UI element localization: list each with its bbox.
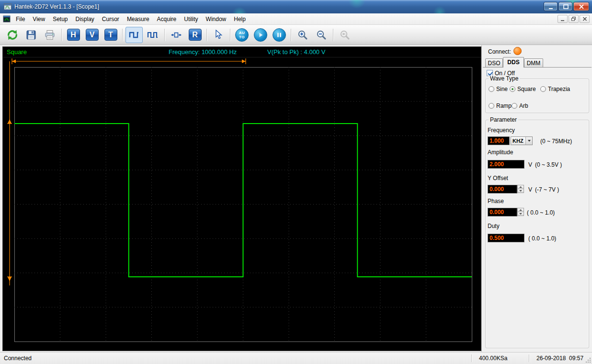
connection-status: Connected	[4, 355, 32, 362]
menu-cursor[interactable]: Cursor	[98, 14, 123, 24]
menu-help[interactable]: Help	[230, 14, 250, 24]
duty-range: ( 0.0 ~ 1.0)	[528, 235, 556, 242]
pause-button[interactable]	[271, 27, 288, 43]
r-icon: R	[189, 29, 202, 41]
print-icon	[44, 29, 56, 41]
menu-display[interactable]: Display	[72, 14, 98, 24]
menu-measure[interactable]: Measure	[123, 14, 153, 24]
cursor-button[interactable]	[210, 27, 227, 43]
amplitude-unit: V	[528, 161, 532, 168]
refresh-connect-button[interactable]	[4, 27, 21, 43]
datetime: 26-09-2018 09:57	[536, 355, 583, 362]
y-offset-range: (-7 ~ 7V )	[535, 186, 559, 193]
trigger-button[interactable]: T	[102, 27, 119, 43]
duty-label: Duty	[488, 223, 500, 229]
cursor-arrow-icon	[213, 29, 224, 41]
menu-setup[interactable]: Setup	[49, 14, 71, 24]
print-button[interactable]	[41, 27, 58, 43]
waveform-info-bar: Square Frequency: 1000.000 Hz V(Pk to Pk…	[3, 47, 481, 57]
phase-label: Phase	[488, 198, 504, 205]
auto-icon: AU TO	[235, 28, 249, 42]
y-offset-value-field[interactable]: 0.000	[488, 185, 517, 193]
frequency-unit-select[interactable]: KHZ	[511, 136, 533, 145]
radio-icon	[489, 86, 494, 92]
radio-trapezia[interactable]: Trapezia	[540, 86, 570, 92]
menu-window[interactable]: Window	[202, 14, 230, 24]
square-wave-icon	[128, 29, 140, 41]
radio-icon	[510, 86, 515, 92]
toolbar-separator	[230, 29, 230, 41]
tab-dmm[interactable]: DMM	[524, 58, 543, 67]
radio-icon	[540, 86, 546, 92]
h-icon: H	[67, 29, 80, 41]
menu-utility[interactable]: Utility	[180, 14, 202, 24]
menu-view[interactable]: View	[29, 14, 49, 24]
status-divider	[529, 354, 529, 362]
toolbar-separator	[61, 29, 62, 41]
tab-dds[interactable]: DDS	[503, 57, 524, 68]
menu-file[interactable]: File	[12, 14, 29, 24]
record-button[interactable]: R	[186, 27, 204, 43]
radio-icon	[489, 103, 494, 109]
maximize-button[interactable]	[558, 2, 572, 11]
phase-value-field[interactable]: 0.000	[488, 208, 517, 216]
horizontal-button[interactable]: H	[65, 27, 82, 43]
mdi-close-button[interactable]	[580, 15, 590, 23]
status-bar: Connected 400.00KSa 26-09-2018 09:57	[0, 352, 592, 364]
refresh-icon	[6, 29, 19, 41]
save-button[interactable]	[23, 27, 40, 43]
horizontal-expand-button[interactable]	[168, 27, 185, 43]
parameter-group: Parameter Frequency 1.000 KHZ (0 ~ 75MHz…	[485, 120, 589, 348]
radio-arb[interactable]: Arb	[512, 102, 528, 109]
minimize-button[interactable]	[544, 2, 558, 11]
auto-button[interactable]: AU TO	[233, 27, 250, 43]
resize-grip[interactable]	[585, 357, 591, 363]
duty-value-field[interactable]: 0.500	[488, 234, 524, 242]
amplitude-label: Amplitude	[488, 149, 513, 156]
amplitude-value-field[interactable]: 2.000	[488, 160, 524, 169]
radio-ramp[interactable]: Ramp	[489, 102, 512, 109]
toolbar: H V T R AU TO	[0, 25, 592, 45]
horizontal-expand-icon	[171, 29, 182, 41]
zoom-in-button[interactable]	[294, 27, 311, 43]
zoom-out-icon	[316, 29, 327, 41]
spin-down-button[interactable]	[517, 189, 524, 193]
menu-acquire[interactable]: Acquire	[153, 14, 181, 24]
mdi-minimize-button[interactable]	[558, 15, 568, 23]
zoom-out-button[interactable]	[313, 27, 330, 43]
window-title: Hantek-2D72 Ver1.1.3 - [Scope1]	[14, 3, 99, 10]
waveform-plot	[3, 47, 481, 351]
square-wave-trace	[14, 124, 472, 277]
toolbar-separator	[291, 29, 291, 41]
save-icon	[25, 29, 37, 41]
vertical-button[interactable]: V	[83, 27, 101, 43]
radio-sine[interactable]: Sine	[489, 86, 508, 92]
pause-icon	[273, 28, 286, 42]
mdi-restore-button[interactable]	[569, 15, 579, 23]
dds-square-wave-button[interactable]	[125, 27, 143, 43]
frequency-value-field[interactable]: 1.000	[488, 136, 510, 145]
wave-type-readout: Square	[7, 48, 27, 56]
tab-dso[interactable]: DSO	[485, 58, 503, 67]
radio-square[interactable]: Square	[510, 86, 536, 92]
status-divider	[471, 354, 472, 362]
y-offset-spinner	[517, 185, 524, 193]
t-icon: T	[104, 29, 117, 41]
zoom-restore-button[interactable]	[336, 27, 353, 43]
toolbar-separator	[164, 29, 165, 41]
wave-type-group: Wave Type Sine Square Trapezia Ramp Arb	[485, 79, 589, 113]
control-side-panel: Connect: DSO DDS DMM On / Off Wave Type …	[481, 45, 592, 352]
v-icon: V	[86, 29, 99, 41]
document-icon[interactable]	[3, 15, 11, 23]
spin-down-button[interactable]	[517, 212, 524, 216]
scope-display-area: Square Frequency: 1000.000 Hz V(Pk to Pk…	[2, 46, 481, 351]
pulse-wave-icon	[147, 29, 159, 41]
close-button[interactable]	[573, 2, 589, 11]
run-button[interactable]	[252, 27, 269, 43]
dds-pulse-wave-button[interactable]	[144, 27, 161, 43]
toolbar-separator	[206, 29, 207, 41]
vpp-readout: V(Pk to Pk) : 4.000 V	[267, 48, 325, 56]
zoom-restore-icon	[339, 29, 351, 41]
app-icon	[4, 3, 11, 11]
radio-icon	[512, 103, 517, 109]
